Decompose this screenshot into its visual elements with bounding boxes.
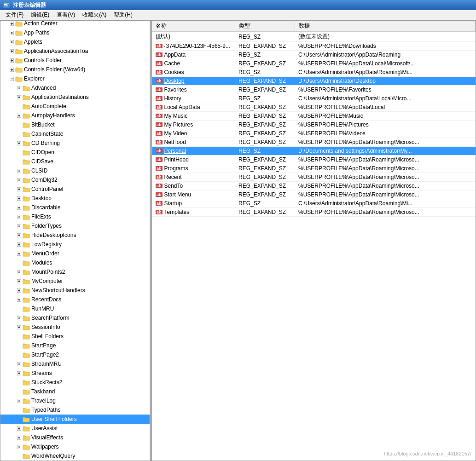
tree-item-cid-save[interactable]: CIDSave [0,157,150,166]
tree-item-visual-effects[interactable]: VisualEffects [0,433,150,442]
tree-item-word-wheel-query[interactable]: WordWheelQuery [0,451,150,461]
table-row[interactable]: abDesktopREG_EXPAND_SZD:\Users\Administr… [152,77,476,86]
table-row[interactable]: abCookiesREG_SZC:\Users\Administrator\Ap… [152,68,476,77]
expander-cd-burning[interactable] [15,139,23,147]
tree-item-com-dlg32[interactable]: ComDlg32 [0,175,150,184]
tree-item-modules[interactable]: Modules [0,258,150,267]
tree-item-desktop[interactable]: Desktop [0,194,150,203]
expander-travel-log[interactable] [15,397,23,404]
tree-item-autoplay-handlers[interactable]: AutoplayHandlers [0,111,150,120]
expander-explorer[interactable] [8,75,15,82]
tree-item-session-info[interactable]: SessionInfo [0,323,150,332]
expander-user-assist[interactable] [15,425,23,432]
expander-controls-folder-wow64[interactable] [8,66,15,73]
expander-typed-paths[interactable] [15,406,23,414]
menu-item-收藏夹(A)[interactable]: 收藏夹(A) [79,10,110,20]
table-row[interactable]: abFavoritesREG_EXPAND_SZ%USERPROFILE%\Fa… [152,86,476,94]
tree-item-wallpapers[interactable]: Wallpapers [0,442,150,451]
tree-item-my-computer[interactable]: MyComputer [0,277,150,286]
menu-item-帮助(H)[interactable]: 帮助(H) [110,10,136,20]
tree-item-application-association[interactable]: ApplicationAssociationToa [0,46,150,56]
tree-item-hide-desktop-icons[interactable]: HideDesktopIcons [0,230,150,240]
tree-item-new-shortcut-handlers[interactable]: NewShortcutHandlers [0,286,150,295]
table-row[interactable]: abProgramsREG_EXPAND_SZ%USERPROFILE%\App… [152,164,476,173]
table-row[interactable]: ab{374DE290-123F-4565-9...REG_EXPAND_SZ%… [152,42,476,51]
expander-controls-folder[interactable] [8,57,15,64]
tree-item-cd-burning[interactable]: CD Burning [0,138,150,148]
expander-control-panel[interactable] [15,185,23,193]
expander-app-paths[interactable] [8,29,15,36]
expander-recent-docs[interactable] [15,296,23,303]
col-header-data[interactable]: 数据 [295,21,476,32]
tree-item-start-page[interactable]: StartPage [0,341,150,350]
table-row[interactable]: abPersonalREG_SZD:\Documents and setting… [152,147,476,156]
table-row[interactable]: abMy PicturesREG_EXPAND_SZ%USERPROFILE%\… [152,121,476,129]
expander-run-mru[interactable] [15,305,23,312]
tree-item-cabinet-state[interactable]: CabinetState [0,129,150,138]
tree-item-bitbucket[interactable]: BitBucket [0,120,150,129]
expander-autocomplete[interactable] [15,103,23,110]
tree-item-advanced[interactable]: Advanced [0,83,150,92]
expander-search-platform[interactable] [15,314,23,322]
expander-menu-order[interactable] [15,250,23,257]
expander-mount-points2[interactable] [15,268,23,276]
expander-taskband[interactable] [15,388,23,395]
table-row[interactable]: (默认)REG_SZ(数值未设置) [152,32,476,42]
expander-my-computer[interactable] [15,277,23,285]
expander-cid-open[interactable] [15,149,23,156]
tree-item-autocomplete[interactable]: AutoComplete [0,102,150,111]
table-row[interactable]: abRecentREG_EXPAND_SZ%USERPROFILE%\AppDa… [152,173,476,182]
tree-item-streams[interactable]: Streams [0,369,150,378]
table-row[interactable]: abLocal AppDataREG_EXPAND_SZ%USERPROFILE… [152,103,476,112]
tree-item-low-registry[interactable]: LowRegistry [0,240,150,249]
expander-new-shortcut-handlers[interactable] [15,287,23,294]
tree-item-typed-paths[interactable]: TypedPaths [0,405,150,415]
tree-item-control-panel[interactable]: ControlPanel [0,184,150,194]
expander-start-page[interactable] [15,342,23,349]
tree-item-file-exts[interactable]: FileExts [0,212,150,221]
tree-item-search-platform[interactable]: SearchPlatform [0,313,150,323]
tree-item-folder-types[interactable]: FolderTypes [0,221,150,230]
tree-item-recent-docs[interactable]: RecentDocs [0,295,150,304]
tree-item-action-center[interactable]: Action Center [0,21,150,28]
table-row[interactable]: abHistoryREG_SZC:\Users\Administrator\Ap… [152,94,476,103]
table-row[interactable]: abPrintHoodREG_EXPAND_SZ%USERPROFILE%\Ap… [152,156,476,164]
tree-item-controls-folder[interactable]: Controls Folder [0,56,150,65]
tree-item-application-destinations[interactable]: ApplicationDestinations [0,92,150,102]
expander-hide-desktop-icons[interactable] [15,231,23,239]
menu-item-文件(F)[interactable]: 文件(F) [2,10,27,20]
tree-item-discardable[interactable]: Discardable [0,203,150,212]
tree-item-travel-log[interactable]: TravelLog [0,396,150,405]
expander-wallpapers[interactable] [15,443,23,450]
table-row[interactable]: abMy VideoREG_EXPAND_SZ%USERPROFILE%\Vid… [152,129,476,138]
expander-session-info[interactable] [15,323,23,331]
tree-item-controls-folder-wow64[interactable]: Controls Folder (Wow64) [0,65,150,74]
table-row[interactable]: abStartupREG_SZC:\Users\Administrator\Ap… [152,199,476,208]
tree-item-start-page2[interactable]: StartPage2 [0,350,150,359]
expander-application-destinations[interactable] [15,93,23,101]
expander-visual-effects[interactable] [15,434,23,441]
tree-item-mount-points2[interactable]: MountPoints2 [0,267,150,277]
tree-item-app-paths[interactable]: App Paths [0,28,150,37]
expander-applets[interactable] [8,38,15,46]
expander-application-association[interactable] [8,47,15,55]
col-header-name[interactable]: 名称 [152,21,235,32]
expander-action-center[interactable] [8,21,15,27]
expander-user-shell-folders[interactable] [15,415,23,423]
table-row[interactable]: abSendToREG_EXPAND_SZ%USERPROFILE%\AppDa… [152,182,476,190]
expander-start-page2[interactable] [15,351,23,358]
expander-desktop[interactable] [15,195,23,202]
expander-shell-folders[interactable] [15,333,23,340]
expander-stuck-rects2[interactable] [15,379,23,386]
expander-discardable[interactable] [15,204,23,211]
tree-item-user-assist[interactable]: UserAssist [0,424,150,433]
menu-item-编辑(E)[interactable]: 编辑(E) [27,10,53,20]
expander-file-exts[interactable] [15,213,23,220]
tree-item-cid-open[interactable]: CIDOpen [0,148,150,157]
tree-item-shell-folders[interactable]: Shell Folders [0,332,150,341]
tree-item-taskband[interactable]: Taskband [0,387,150,396]
expander-com-dlg32[interactable] [15,176,23,184]
tree-item-explorer[interactable]: Explorer [0,74,150,83]
expander-low-registry[interactable] [15,241,23,248]
expander-cabinet-state[interactable] [15,130,23,138]
